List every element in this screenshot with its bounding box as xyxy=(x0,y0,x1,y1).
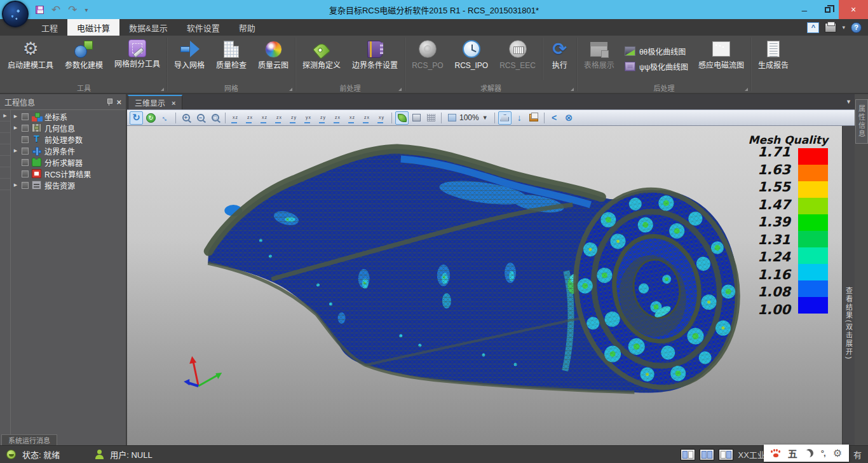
boundary-settings-button[interactable]: 边界条件设置 xyxy=(346,36,403,82)
app-logo-icon[interactable] xyxy=(2,1,29,27)
rcs-eec-button[interactable]: RCS_EEC xyxy=(494,36,541,82)
panel-close-icon[interactable]: × xyxy=(116,98,121,106)
tab-close-icon[interactable]: × xyxy=(172,99,175,107)
view-button-8[interactable]: zx xyxy=(331,111,344,125)
meshing-tool-button[interactable]: 网格剖分工具 xyxy=(109,36,166,82)
redo-icon[interactable]: ↷ xyxy=(68,4,77,15)
properties-tab[interactable]: 属性信息 xyxy=(855,99,868,144)
tree-item-geometry-info[interactable]: ▶ 几何信息 xyxy=(11,122,126,134)
theta-polarization-curve-button[interactable]: θθ极化曲线图 xyxy=(625,46,688,57)
drop-arrow-button[interactable]: ↓ xyxy=(513,111,526,125)
expander-icon[interactable]: ▶ xyxy=(13,125,18,130)
view-button-4[interactable]: zx xyxy=(273,111,286,125)
minimize-button[interactable]: – xyxy=(793,0,816,19)
view-button-2[interactable]: zx xyxy=(243,111,257,125)
view-button-7[interactable]: zy xyxy=(316,111,330,125)
layout-right-button[interactable] xyxy=(719,449,733,460)
ime-settings-icon[interactable]: ⚙ xyxy=(833,448,842,459)
checkbox[interactable] xyxy=(22,136,29,143)
psi-polarization-curve-button[interactable]: ψψ极化曲线图 xyxy=(625,61,688,72)
view-button-11[interactable]: xy xyxy=(375,111,388,125)
ime-moon-icon[interactable] xyxy=(805,449,813,457)
view-button-1[interactable]: xz xyxy=(229,111,242,125)
root-expander-icon[interactable]: ▶ xyxy=(0,110,10,121)
tab-help[interactable]: 帮助 xyxy=(229,19,265,36)
share-button[interactable]: < xyxy=(548,111,561,125)
rcs-ipo-button[interactable]: RCS_IPO xyxy=(449,36,494,82)
tab-data-display[interactable]: 数据&显示 xyxy=(119,19,177,36)
execute-button[interactable]: ⟳ 执行 xyxy=(544,36,576,82)
orbit-tool-button[interactable]: ↻ xyxy=(144,111,158,125)
generate-report-button[interactable]: 生成报告 xyxy=(752,36,794,82)
layout-middle-button[interactable] xyxy=(700,449,714,460)
rotate-tool-button[interactable]: ↻ xyxy=(130,111,143,125)
tab-3d-display[interactable]: 三维显示 × xyxy=(128,95,182,109)
view-button-3[interactable]: xz xyxy=(258,111,271,125)
tab-overflow-icon[interactable]: ▼ xyxy=(846,99,855,105)
expander-icon[interactable]: ▶ xyxy=(13,183,18,188)
tab-project[interactable]: 工程 xyxy=(32,19,67,36)
view-button-5[interactable]: zy xyxy=(287,111,301,125)
zoom-in-button[interactable]: + xyxy=(179,111,193,125)
viewport-toolbar: ↻ ↻ ↔ + − □ xz zx xz zx zy yx zy zx xz z… xyxy=(127,109,855,126)
tree-item-rcs-results[interactable]: RCS计算结果 xyxy=(11,168,126,179)
zoom-out-button[interactable]: − xyxy=(194,111,207,125)
maximize-button[interactable] xyxy=(816,0,839,19)
collapse-ribbon-icon[interactable]: ^ xyxy=(807,22,819,33)
tree-item-report-resources[interactable]: ▶ 报告资源 xyxy=(11,179,126,191)
zoom-level-select[interactable]: 100% ▼ xyxy=(445,113,491,122)
tab-software-settings[interactable]: 软件设置 xyxy=(177,19,229,36)
view-button-9[interactable]: xz xyxy=(346,111,359,125)
tree-item-preprocess-params[interactable]: T 前处理参数 xyxy=(11,134,126,145)
launch-modeling-tool-button[interactable]: ⚙ 启动建模工具 xyxy=(2,36,59,82)
view-button-10[interactable]: zx xyxy=(360,111,374,125)
induced-current-map-button[interactable]: 感应电磁流图 xyxy=(693,36,750,82)
quality-check-button[interactable]: 质量检查 xyxy=(210,36,252,82)
checkbox[interactable] xyxy=(22,170,29,177)
printer-dropdown-icon[interactable]: ▾ xyxy=(842,24,845,31)
shaded-view-button[interactable] xyxy=(395,111,409,125)
expander-icon[interactable]: ▶ xyxy=(13,114,18,119)
results-collapsed-panel[interactable]: 查看结果(双击展开) xyxy=(842,126,855,445)
tree-item-coordinate-system[interactable]: ▶ 坐标系 xyxy=(11,111,126,122)
rcs-po-button[interactable]: RCS_PO xyxy=(406,36,449,82)
select-polygon-button[interactable] xyxy=(498,111,512,125)
grid-view-button[interactable] xyxy=(424,111,438,125)
zoom-window-button[interactable]: □ xyxy=(208,111,222,125)
help-icon[interactable]: ? xyxy=(851,22,862,33)
probe-angle-button[interactable]: 探测角定义 xyxy=(297,36,346,82)
checkbox[interactable] xyxy=(22,182,29,189)
close-button[interactable]: × xyxy=(839,0,868,19)
pan-tool-button[interactable]: ↔ xyxy=(159,111,172,125)
layout-left-button[interactable] xyxy=(681,449,695,460)
layers-button[interactable] xyxy=(527,111,541,125)
ime-wubi-mode[interactable]: 五 xyxy=(788,446,797,460)
cancel-button[interactable]: ⊗ xyxy=(562,111,576,125)
tree-item-solver[interactable]: 分析求解器 xyxy=(11,156,126,168)
legend-value: 1.24 xyxy=(757,249,790,265)
checkbox[interactable] xyxy=(22,113,29,120)
pin-icon[interactable] xyxy=(106,98,112,106)
ime-logo-paw-icon[interactable] xyxy=(771,449,780,457)
3d-canvas[interactable]: Mesh Quality 1.71 1.63 1.55 1.47 1.39 1.… xyxy=(127,126,842,445)
ime-punctuation-icon[interactable]: °, xyxy=(821,448,825,458)
ime-toolbar[interactable]: 五 °, ⚙ xyxy=(764,445,849,462)
undo-icon[interactable]: ↶ xyxy=(51,4,60,15)
checkbox[interactable] xyxy=(22,148,29,155)
wireframe-view-button[interactable] xyxy=(410,111,423,125)
system-message-tab[interactable]: 系统运行消息 xyxy=(1,434,57,445)
printer-icon[interactable] xyxy=(825,23,836,32)
button-label: 表格展示 xyxy=(584,62,614,70)
save-icon[interactable] xyxy=(36,6,44,14)
quality-cloudmap-button[interactable]: 质量云图 xyxy=(252,36,294,82)
checkbox[interactable] xyxy=(22,159,29,166)
expander-icon[interactable]: ▶ xyxy=(13,148,18,153)
tab-em-computation[interactable]: 电磁计算 xyxy=(67,19,119,36)
checkbox[interactable] xyxy=(22,125,29,132)
parametric-modeling-button[interactable]: 参数化建模 xyxy=(59,36,109,82)
table-display-button[interactable]: 表格展示 xyxy=(578,36,620,82)
import-mesh-button[interactable]: 导入网格 xyxy=(168,36,210,82)
quick-access-dropdown-icon[interactable]: ▾ xyxy=(85,6,88,13)
tree-item-boundary-conditions[interactable]: ▶ 边界条件 xyxy=(11,145,126,156)
view-button-6[interactable]: yx xyxy=(302,111,315,125)
